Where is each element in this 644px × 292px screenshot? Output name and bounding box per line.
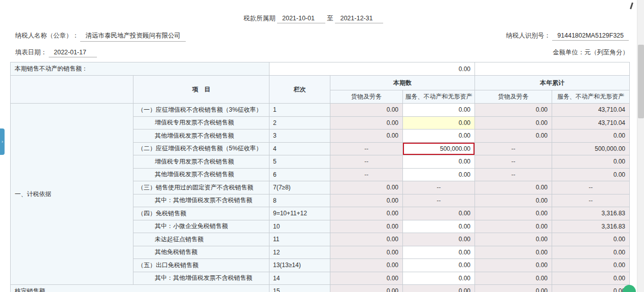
column-no: 3 [269, 129, 330, 143]
amount-unit-label: 金额单位：元（列至角分） [553, 48, 629, 57]
cp-goods-header: 货物及劳务 [330, 90, 403, 104]
item-label: 核定销售额 [11, 285, 269, 292]
cp-services-header: 服务、不动产和无形资产 [403, 90, 475, 104]
fill-date-field[interactable]: 2022-01-17 [49, 49, 97, 57]
column-no: 2 [269, 116, 330, 129]
scrollbar-thumb[interactable] [638, 45, 644, 118]
taxpayer-id-block: 纳税人识别号： 91441802MA5129F325 [506, 31, 629, 41]
value-cell: 0.00 [330, 233, 403, 246]
value-cell[interactable]: 0.00 [403, 272, 475, 285]
value-cell: -- [552, 181, 630, 194]
value-cell[interactable]: 0.00 [403, 168, 475, 181]
column-no: 15 [269, 285, 330, 292]
focused-value-cell[interactable]: 0.00 [403, 116, 475, 129]
item-header: 项 目 [133, 76, 269, 104]
value-cell: -- [475, 142, 552, 155]
column-no: 13(13≥14) [269, 259, 330, 272]
item-label: 未达起征点销售额 [133, 233, 269, 246]
column-no: 12 [269, 246, 330, 259]
item-label: （一）应征增值税不含税销售额（3%征收率） [133, 104, 269, 117]
value-cell[interactable]: 0.00 [403, 129, 475, 143]
value-cell: 0.00 [330, 246, 403, 259]
item-label: （三）销售使用过的固定资产不含税销售额 [133, 181, 269, 194]
value-cell: -- [475, 168, 552, 181]
value-cell: 0.00 [403, 285, 475, 292]
summary-row-value[interactable]: 0.00 [269, 62, 475, 76]
yt-goods-header: 货物及劳务 [475, 90, 552, 104]
tax-declaration-table: 本期销售不动产的销售额： 0.00 项 目 栏次 本期数 本年累计 货物及劳务 … [10, 62, 630, 292]
value-cell: 0.00 [330, 220, 403, 233]
value-cell: 43,710.04 [552, 104, 630, 117]
value-cell[interactable]: 0.00 [403, 220, 475, 233]
value-cell: 0.00 [475, 129, 552, 143]
value-cell: 0.00 [475, 233, 552, 246]
value-cell: 0.00 [552, 285, 630, 292]
current-period-header: 本期数 [330, 76, 475, 90]
item-label: （二）应征增值税不含税销售额（5%征收率） [133, 142, 269, 155]
value-cell[interactable]: 0.00 [403, 104, 475, 117]
value-cell: 3,316.83 [552, 220, 630, 233]
value-cell: 0.00 [330, 116, 403, 129]
item-label: 其他增值税发票不含税销售额 [133, 129, 269, 143]
value-cell: 0.00 [475, 207, 552, 220]
value-cell: 0.00 [330, 181, 403, 194]
value-cell[interactable]: 0.00 [403, 246, 475, 259]
column-no: 14 [269, 272, 330, 285]
floating-assistant-widget[interactable] [623, 285, 636, 292]
item-label: 其中：其他增值税发票不含税销售额 [133, 272, 269, 285]
value-cell: 3,316.83 [552, 207, 630, 220]
taxpayer-name-label: 纳税人名称（公章）： [15, 32, 79, 39]
value-cell: 0.00 [552, 168, 630, 181]
value-cell: 0.00 [330, 272, 403, 285]
summary-row-label: 本期销售不动产的销售额： [11, 62, 269, 76]
value-cell: 0.00 [475, 104, 552, 117]
value-cell: 0.00 [475, 194, 552, 207]
table-row-1: 一、计税依据 （一）应征增值税不含税销售额（3%征收率） 1 0.00 0.00… [11, 104, 630, 117]
value-cell: 500,000.00 [552, 142, 630, 155]
value-cell: 0.00 [403, 207, 475, 220]
side-panel-toggle[interactable]: › [0, 128, 5, 155]
value-cell: 0.00 [552, 129, 630, 143]
value-cell: -- [330, 142, 403, 155]
property-sales-summary-row: 本期销售不动产的销售额： 0.00 [11, 62, 630, 76]
group-cell-tax-basis: 一、计税依据 [11, 104, 133, 285]
highlighted-value-cell[interactable]: 500,000.00 [403, 142, 475, 155]
item-label: （五）出口免税销售额 [133, 259, 269, 272]
fill-date-label: 填表日期： [15, 49, 47, 56]
value-cell: 0.00 [552, 272, 630, 285]
value-cell: 0.00 [552, 155, 630, 169]
value-cell[interactable]: 0.00 [403, 259, 475, 272]
column-no: 6 [269, 168, 330, 181]
value-cell: 0.00 [330, 104, 403, 117]
taxpayer-id-field[interactable]: 91441802MA5129F325 [552, 32, 629, 41]
item-label: 其他增值税发票不含税销售额 [133, 168, 269, 181]
value-cell: -- [330, 155, 403, 169]
item-label: 增值税专用发票不含税销售额 [133, 116, 269, 129]
value-cell: 0.00 [475, 285, 552, 292]
value-cell: -- [403, 181, 475, 194]
column-no: 11 [269, 233, 330, 246]
period-end-field[interactable]: 2021-12-31 [335, 15, 383, 23]
value-cell: 0.00 [552, 233, 630, 246]
item-label: 其他免税销售额 [133, 246, 269, 259]
vertical-scrollbar[interactable] [637, 0, 644, 292]
value-cell: 0.00 [475, 259, 552, 272]
value-cell: 0.00 [475, 220, 552, 233]
table-header-row-1: 项 目 栏次 本期数 本年累计 [11, 76, 630, 90]
value-cell: -- [330, 168, 403, 181]
value-cell: -- [552, 194, 630, 207]
column-no: 10 [269, 220, 330, 233]
period-start-field[interactable]: 2021-10-01 [277, 15, 325, 23]
value-cell: 0.00 [330, 194, 403, 207]
year-total-header: 本年累计 [475, 76, 630, 90]
taxpayer-id-label: 纳税人识别号： [506, 32, 551, 39]
summary-row-empty-cell [475, 62, 630, 76]
value-cell[interactable]: 0.00 [403, 155, 475, 169]
taxpayer-name-field[interactable]: 清远市泰民地产投资顾问有限公司 [80, 31, 186, 42]
value-cell: 0.00 [475, 272, 552, 285]
tax-period-block: 税款所属期 2021-10-01 至 2021-12-31 [244, 14, 383, 23]
column-no: 1 [269, 104, 330, 117]
tax-period-label: 税款所属期 [244, 15, 276, 22]
value-cell: 0.00 [552, 246, 630, 259]
value-cell: 43,710.04 [552, 116, 630, 129]
